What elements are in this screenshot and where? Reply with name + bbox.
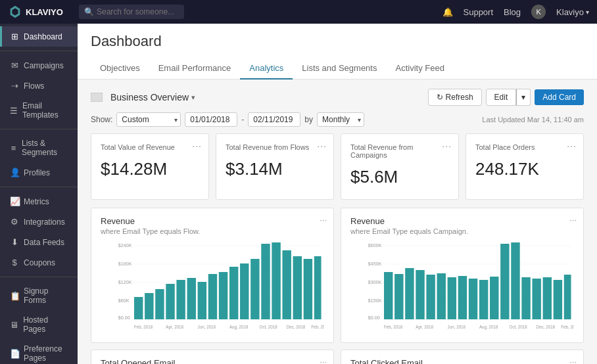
svg-text:Jun, 2018: Jun, 2018 bbox=[198, 325, 216, 329]
sidebar-item-preference-pages[interactable]: 📄 Preference Pages bbox=[0, 339, 78, 364]
bell-icon[interactable]: 🔔 bbox=[442, 7, 453, 17]
tab-lists-segments[interactable]: Lists and Segments bbox=[293, 58, 386, 80]
user-avatar[interactable]: K bbox=[531, 5, 546, 19]
date-to-input[interactable] bbox=[248, 112, 300, 127]
sidebar-item-campaigns[interactable]: ✉ Campaigns bbox=[0, 55, 78, 76]
sidebar-item-integrations[interactable]: ⚙ Integrations bbox=[0, 212, 78, 232]
edit-dropdown-button[interactable]: ▾ bbox=[516, 89, 531, 106]
svg-text:Feb, 2018: Feb, 2018 bbox=[384, 325, 402, 329]
overview-icon bbox=[91, 93, 103, 102]
search-icon: 🔍 bbox=[84, 7, 94, 16]
sidebar-divider-3 bbox=[0, 187, 78, 187]
metric-value-4: 248.17K bbox=[475, 159, 574, 179]
svg-rect-56 bbox=[479, 280, 488, 319]
revenue-flow-subtitle: where Email Type equals Flow. bbox=[101, 227, 324, 235]
opened-email-chart-card: ··· Total Opened Email 800K 600K 400K bbox=[91, 350, 334, 364]
svg-text:$600K: $600K bbox=[368, 242, 382, 248]
business-overview-selector[interactable]: Business Overview ▾ bbox=[110, 92, 195, 102]
interval-selector[interactable]: Monthly Weekly Daily bbox=[317, 112, 364, 127]
sidebar-item-label: Flows bbox=[24, 81, 44, 91]
period-select[interactable]: Custom Last 7 days Last 30 days Last 90 … bbox=[116, 112, 181, 127]
chart-menu-campaign[interactable]: ··· bbox=[569, 215, 577, 225]
topnav-right: 🔔 Support Blog K Klaviyo ▾ bbox=[442, 5, 590, 19]
revenue-campaign-chart-card: ··· Revenue where Email Type equals Camp… bbox=[341, 208, 584, 343]
svg-rect-18 bbox=[198, 282, 206, 319]
metric-menu-2[interactable]: ··· bbox=[317, 141, 327, 151]
sidebar-item-email-templates[interactable]: ☰ Email Templates bbox=[0, 96, 78, 125]
hosted-pages-icon: 🖥 bbox=[10, 320, 18, 330]
integrations-icon: ⚙ bbox=[10, 217, 19, 227]
revenue-campaign-bar-chart: $600K $450K $300K $150K $0.00 bbox=[350, 240, 574, 332]
svg-rect-60 bbox=[521, 277, 530, 319]
date-from-input[interactable] bbox=[185, 112, 237, 127]
revenue-flow-bar-chart: $240K $180K $120K $60K $0.00 bbox=[101, 240, 324, 332]
svg-rect-48 bbox=[394, 274, 403, 319]
blog-link[interactable]: Blog bbox=[504, 7, 521, 17]
svg-rect-52 bbox=[437, 273, 446, 319]
sidebar-item-label: Hosted Pages bbox=[23, 315, 70, 334]
tab-email-performance[interactable]: Email Performance bbox=[149, 58, 241, 80]
metric-menu-4[interactable]: ··· bbox=[567, 141, 577, 151]
sidebar-item-signup-forms[interactable]: 📋 Signup Forms bbox=[0, 281, 78, 310]
metric-menu-3[interactable]: ··· bbox=[442, 141, 452, 151]
revenue-campaign-subtitle: where Email Type equals Campaign. bbox=[350, 227, 574, 235]
sidebar-item-coupons[interactable]: $ Coupons bbox=[0, 252, 78, 273]
dashboard-icon: ⊞ bbox=[10, 32, 19, 41]
chart-menu-flow[interactable]: ··· bbox=[320, 215, 327, 225]
chart-menu-opened[interactable]: ··· bbox=[320, 357, 327, 364]
sidebar-item-label: Metrics bbox=[24, 197, 49, 206]
svg-text:Feb, 2019: Feb, 2019 bbox=[311, 325, 324, 329]
sidebar-item-hosted-pages[interactable]: 🖥 Hosted Pages bbox=[0, 310, 78, 339]
tab-analytics[interactable]: Analytics bbox=[240, 58, 293, 80]
interval-select[interactable]: Monthly Weekly Daily bbox=[317, 112, 364, 127]
tab-objectives[interactable]: Objectives bbox=[91, 58, 149, 80]
klaviyo-logo-icon bbox=[8, 5, 22, 19]
sidebar: ⊞ Dashboard ✉ Campaigns ⇢ Flows ☰ Email … bbox=[0, 24, 78, 364]
sidebar-item-metrics[interactable]: 📈 Metrics bbox=[0, 191, 78, 212]
svg-text:Oct, 2018: Oct, 2018 bbox=[260, 325, 277, 329]
metric-card-place-orders: ··· Total Place Orders 248.17K bbox=[466, 133, 584, 200]
metrics-icon: 📈 bbox=[10, 196, 19, 206]
svg-text:Dec, 2018: Dec, 2018 bbox=[537, 325, 556, 329]
sidebar-item-label: Signup Forms bbox=[24, 286, 70, 305]
chart-row-2: ··· Total Opened Email 800K 600K 400K bbox=[91, 350, 584, 364]
opened-email-title: Total Opened Email bbox=[101, 358, 324, 364]
user-dropdown-arrow: ▾ bbox=[586, 9, 589, 16]
sidebar-item-flows[interactable]: ⇢ Flows bbox=[0, 76, 78, 96]
clicked-email-chart-card: ··· Total Clicked Email 100K 75K 50K bbox=[341, 350, 584, 364]
sidebar-item-profiles[interactable]: 👤 Profiles bbox=[0, 162, 78, 183]
sidebar-item-lists-segments[interactable]: ≡ Lists & Segments bbox=[0, 133, 78, 162]
logo[interactable]: KLAVIYO bbox=[8, 5, 74, 19]
sidebar-item-label: Email Templates bbox=[22, 101, 70, 120]
sidebar-item-data-feeds[interactable]: ⬇ Data Feeds bbox=[0, 232, 78, 252]
refresh-button[interactable]: ↻ Refresh bbox=[428, 89, 482, 106]
metric-title-1: Total Value of Revenue bbox=[101, 143, 199, 151]
metric-title-2: Total Revenue from Flows bbox=[226, 143, 324, 151]
svg-text:Apr, 2018: Apr, 2018 bbox=[166, 325, 183, 330]
metric-title-4: Total Place Orders bbox=[475, 143, 574, 151]
svg-text:$240K: $240K bbox=[118, 242, 132, 248]
edit-button[interactable]: Edit bbox=[486, 89, 517, 106]
metric-menu-1[interactable]: ··· bbox=[192, 141, 202, 151]
revenue-flow-title: Revenue bbox=[101, 216, 324, 226]
search-box[interactable]: 🔍 bbox=[79, 5, 184, 19]
svg-text:$180K: $180K bbox=[118, 261, 132, 267]
page-tabs: Objectives Email Performance Analytics L… bbox=[91, 58, 584, 79]
support-link[interactable]: Support bbox=[464, 7, 494, 17]
page-header: Dashboard Objectives Email Performance A… bbox=[78, 24, 597, 80]
svg-text:$300K: $300K bbox=[368, 279, 382, 285]
search-input[interactable] bbox=[97, 7, 182, 16]
svg-rect-55 bbox=[469, 279, 477, 319]
svg-text:$450K: $450K bbox=[368, 261, 382, 267]
sidebar-divider-4 bbox=[0, 277, 78, 277]
period-selector[interactable]: Custom Last 7 days Last 30 days Last 90 … bbox=[116, 112, 181, 127]
add-card-button[interactable]: Add Card bbox=[535, 89, 584, 105]
sidebar-item-dashboard[interactable]: ⊞ Dashboard bbox=[0, 26, 78, 47]
svg-text:Jun, 2018: Jun, 2018 bbox=[448, 325, 466, 329]
svg-rect-51 bbox=[426, 275, 435, 319]
chart-menu-clicked[interactable]: ··· bbox=[569, 357, 577, 364]
tab-activity-feed[interactable]: Activity Feed bbox=[386, 58, 453, 80]
sidebar-item-label: Coupons bbox=[24, 258, 55, 267]
user-menu[interactable]: Klaviyo ▾ bbox=[556, 7, 589, 17]
refresh-label: Refresh bbox=[446, 93, 473, 102]
